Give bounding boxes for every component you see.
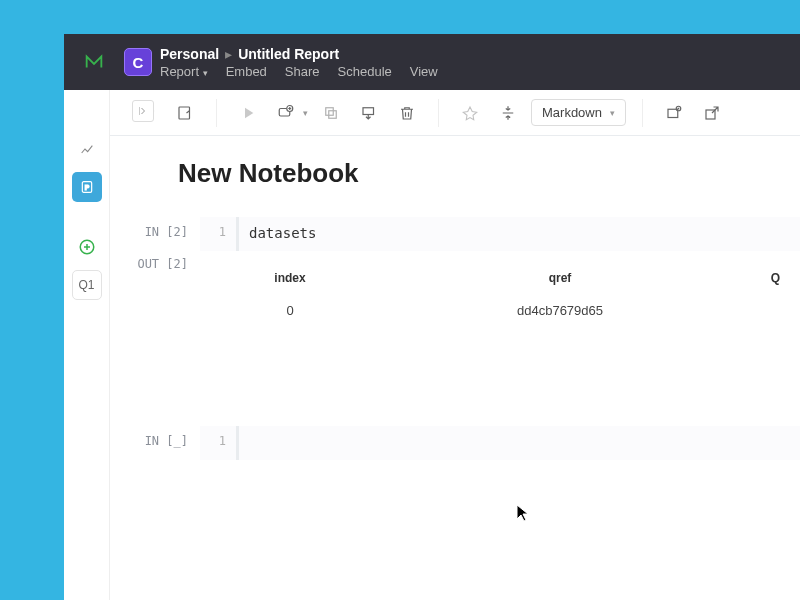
menu-embed[interactable]: Embed — [226, 64, 267, 79]
workspace-badge[interactable]: C — [124, 48, 152, 76]
copy-cell-button[interactable] — [316, 98, 346, 128]
add-chart-button[interactable] — [659, 98, 689, 128]
breadcrumb-title[interactable]: Untitled Report — [238, 46, 339, 62]
menu-view[interactable]: View — [410, 64, 438, 79]
line-number: 1 — [200, 426, 236, 460]
line-number: 1 — [200, 217, 236, 251]
svg-rect-7 — [668, 109, 678, 117]
cell-in-prompt: IN [2] — [110, 217, 200, 239]
rail-notebook-icon[interactable]: P — [72, 172, 102, 202]
logo-icon[interactable] — [64, 51, 124, 73]
menu-share[interactable]: Share — [285, 64, 320, 79]
input-cell[interactable]: IN [_] 1 — [110, 426, 800, 460]
chevron-down-icon: ▾ — [203, 68, 208, 78]
collapse-output-button[interactable] — [493, 98, 523, 128]
notebook-content: New Notebook IN [2] 1 datasets OUT [2] — [110, 136, 800, 600]
run-button[interactable] — [233, 98, 263, 128]
cell-in-prompt: IN [_] — [110, 426, 200, 448]
format-label: Markdown — [542, 105, 602, 120]
svg-rect-4 — [326, 107, 334, 115]
header-menus: Report ▾ Embed Share Schedule View — [160, 64, 438, 79]
format-select[interactable]: Markdown ▾ — [531, 99, 626, 126]
svg-text:P: P — [84, 184, 89, 191]
chevron-down-icon[interactable]: ▾ — [303, 108, 308, 118]
rail-query-q1[interactable]: Q1 — [72, 270, 102, 300]
chevron-right-icon: ▸ — [225, 46, 232, 62]
svg-rect-6 — [363, 107, 374, 114]
table-cell: dd4cb7679d65 — [380, 293, 740, 328]
export-button[interactable] — [170, 98, 200, 128]
input-cell[interactable]: IN [2] 1 datasets — [110, 217, 800, 251]
table-header: index — [200, 263, 380, 293]
menu-report[interactable]: Report ▾ — [160, 64, 208, 79]
add-query-button[interactable] — [72, 232, 102, 262]
table-header: Q — [740, 263, 800, 293]
cell-out-prompt: OUT [2] — [110, 257, 200, 368]
menu-schedule[interactable]: Schedule — [338, 64, 392, 79]
svg-rect-5 — [329, 110, 337, 118]
output-table: index qref Q 0 dd4cb7679d65 — [200, 263, 800, 328]
breadcrumb: Personal ▸ Untitled Report — [160, 46, 438, 62]
delete-cell-button[interactable] — [392, 98, 422, 128]
table-cell: 0 — [200, 293, 380, 328]
clear-output-button[interactable] — [455, 98, 485, 128]
toolbar: ▾ Markdown ▾ — [64, 90, 800, 136]
open-external-button[interactable] — [697, 98, 727, 128]
notebook-title[interactable]: New Notebook — [178, 158, 800, 189]
rail-chart-icon[interactable] — [72, 134, 102, 164]
add-cell-button[interactable] — [271, 98, 301, 128]
move-cell-down-button[interactable] — [354, 98, 384, 128]
code-input[interactable]: datasets — [236, 217, 800, 251]
left-rail: P Q1 — [64, 90, 110, 600]
app-window: C Personal ▸ Untitled Report Report ▾ Em… — [64, 34, 800, 600]
svg-rect-1 — [179, 107, 190, 119]
table-row: 0 dd4cb7679d65 — [200, 293, 800, 328]
app-header: C Personal ▸ Untitled Report Report ▾ Em… — [64, 34, 800, 90]
chevron-down-icon: ▾ — [610, 108, 615, 118]
code-input[interactable] — [236, 426, 800, 460]
breadcrumb-workspace[interactable]: Personal — [160, 46, 219, 62]
table-header-row: index qref Q — [200, 263, 800, 293]
collapse-panel-button[interactable] — [132, 100, 154, 122]
table-header: qref — [380, 263, 740, 293]
